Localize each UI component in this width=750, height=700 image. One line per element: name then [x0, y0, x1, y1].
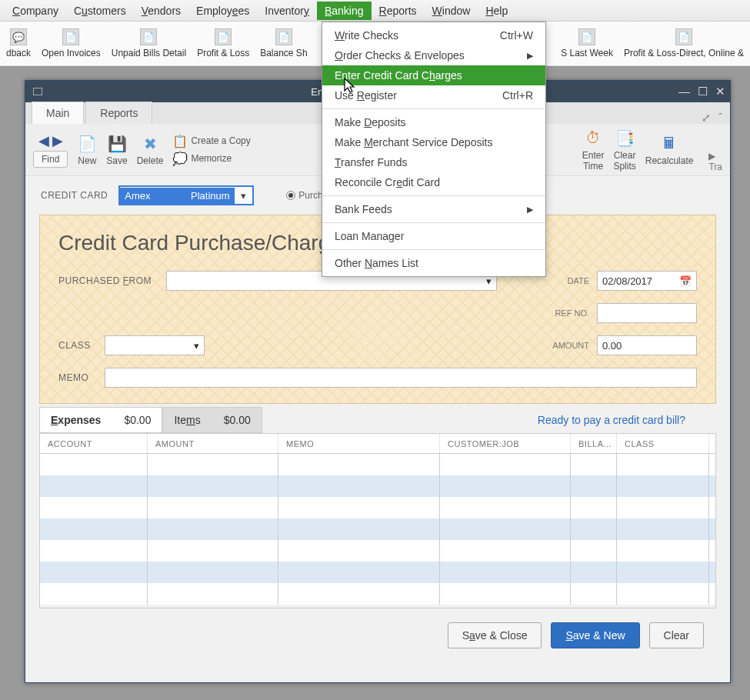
menu-transfer-funds[interactable]: Transfer Funds [322, 152, 545, 172]
class-select[interactable]: ▾ [105, 335, 205, 355]
memorize-button[interactable]: 💭Memorize [172, 152, 250, 166]
iconbar-open-invoices[interactable]: 📄Open Invoices [42, 28, 101, 58]
menu-order-checks[interactable]: Order Checks & Envelopes▶ [322, 45, 545, 65]
iconbar-unpaid-bills[interactable]: 📄Unpaid Bills Detail [112, 28, 186, 58]
col-memo[interactable]: MEMO [278, 434, 440, 453]
new-button[interactable]: 📄New [77, 134, 97, 166]
copy-icon: 📋 [172, 134, 188, 148]
table-row[interactable] [40, 540, 715, 562]
calc-icon: 🖩 [659, 134, 679, 154]
purchase-radio[interactable]: Purch [286, 190, 322, 201]
tab-main[interactable]: Main [32, 102, 84, 124]
menu-enter-cc-charges[interactable]: Enter Credit Card Charges [322, 65, 545, 85]
collapse-icon[interactable]: ˆ [718, 112, 722, 124]
clear-splits-icon: 📑 [615, 128, 635, 148]
purchased-from-label: PURCHASED FROM [58, 275, 166, 286]
separator [322, 108, 545, 109]
col-amount[interactable]: AMOUNT [148, 434, 278, 453]
footer: Save & Close Save & New Clear [25, 608, 730, 662]
iconbar-balance-sheet[interactable]: 📄Balance Sh [260, 28, 307, 58]
find-button[interactable]: Find [33, 151, 68, 168]
memo-input[interactable] [105, 368, 697, 388]
expand-icon[interactable]: ⤢ [702, 112, 711, 124]
date-label: DATE [546, 276, 589, 285]
iconbar-last-week[interactable]: 📄S Last Week [561, 28, 613, 58]
table-row[interactable] [40, 518, 715, 540]
menu-banking[interactable]: Banking [317, 2, 372, 20]
expenses-tabs: Expenses$0.00 Items$0.00 Ready to pay a … [25, 404, 730, 433]
minimize-icon[interactable]: — [678, 85, 690, 98]
table-row[interactable] [40, 583, 715, 605]
credit-card-select[interactable]: AmexPlatinum ▾ [118, 185, 254, 205]
menu-loan-manager[interactable]: Loan Manager [322, 226, 545, 246]
table-row[interactable] [40, 562, 715, 583]
menu-inventory[interactable]: Inventory [257, 2, 317, 20]
banking-menu-dropdown: Write ChecksCtrl+W Order Checks & Envelo… [322, 22, 546, 277]
memo-label: MEMO [58, 372, 105, 383]
ref-no-label: REF NO. [546, 308, 589, 318]
iconbar-dback[interactable]: 💬dback [6, 28, 31, 58]
col-customer[interactable]: CUSTOMER:JOB [440, 434, 571, 453]
menubar: Company Customers Vendors Employees Inve… [0, 0, 750, 22]
menu-help[interactable]: Help [478, 2, 515, 20]
table-row[interactable] [40, 497, 715, 518]
find-group: ◀▶ Find [33, 132, 68, 168]
close-icon[interactable]: ✕ [715, 85, 725, 98]
table-row[interactable] [40, 475, 715, 497]
menu-vendors[interactable]: Vendors [134, 2, 188, 20]
recalculate-button[interactable]: 🖩Recalculate [645, 134, 694, 166]
menu-make-deposits[interactable]: Make Deposits [322, 112, 545, 132]
prev-icon[interactable]: ◀ [38, 132, 49, 149]
menu-employees[interactable]: Employees [188, 2, 257, 20]
menu-window[interactable]: Window [425, 2, 478, 20]
calendar-icon: 📅 [679, 275, 692, 287]
clock-icon: ⏱ [583, 128, 603, 148]
system-menu-icon[interactable] [33, 88, 42, 95]
col-class[interactable]: CLASS [617, 434, 709, 453]
amount-input[interactable] [597, 335, 697, 355]
menu-reports[interactable]: Reports [372, 2, 425, 20]
save-icon: 💾 [107, 134, 127, 154]
save-button[interactable]: 💾Save [106, 134, 127, 166]
menu-customers[interactable]: Customers [66, 2, 134, 20]
menu-use-register[interactable]: Use RegisterCtrl+R [322, 85, 545, 105]
ref-no-input[interactable] [597, 303, 697, 323]
doc-icon: 📄 [140, 28, 157, 45]
doc-icon: 📄 [578, 28, 595, 45]
save-close-button[interactable]: Save & Close [448, 622, 542, 648]
next-icon[interactable]: ▶ [52, 132, 63, 149]
save-new-button[interactable]: Save & New [551, 622, 639, 648]
doc-icon: 📄 [275, 28, 292, 45]
maximize-icon[interactable]: ☐ [698, 85, 708, 98]
class-label: CLASS [58, 340, 105, 351]
menu-write-checks[interactable]: Write ChecksCtrl+W [322, 25, 545, 45]
tab-expenses[interactable]: Expenses$0.00 [39, 407, 162, 433]
create-copy-button[interactable]: 📋Create a Copy [172, 134, 250, 148]
col-account[interactable]: ACCOUNT [40, 434, 148, 453]
date-input[interactable]: 02/08/2017📅 [597, 271, 697, 291]
col-billable[interactable]: BILLA... [571, 434, 617, 453]
delete-icon: ✖ [140, 134, 160, 154]
iconbar-profit-loss[interactable]: 📄Profit & Loss [197, 28, 249, 58]
enter-time-button[interactable]: ⏱Enter Time [582, 128, 605, 172]
doc-icon: 📄 [675, 28, 692, 45]
radio-dot-icon [286, 191, 295, 200]
menu-merchant-deposits[interactable]: Make Merchant Service Deposits [322, 132, 545, 152]
iconbar-pl-direct[interactable]: 📄Profit & Loss-Direct, Online & [624, 28, 744, 58]
menu-company[interactable]: Company [5, 2, 66, 20]
ready-to-pay-link[interactable]: Ready to pay a credit card bill? [538, 414, 685, 426]
delete-button[interactable]: ✖Delete [137, 134, 164, 166]
tab-items[interactable]: Items$0.00 [162, 407, 262, 433]
doc-icon: 📄 [62, 28, 79, 45]
credit-card-label: CREDIT CARD [41, 190, 108, 201]
next-toolbar-arrow[interactable]: ▶Tra [708, 151, 722, 175]
tab-reports[interactable]: Reports [85, 102, 152, 124]
grid-header: ACCOUNT AMOUNT MEMO CUSTOMER:JOB BILLA..… [40, 434, 715, 454]
clear-splits-button[interactable]: 📑Clear Splits [613, 128, 635, 172]
grid-body[interactable] [40, 454, 715, 608]
menu-other-names[interactable]: Other Names List [322, 253, 545, 273]
menu-bank-feeds[interactable]: Bank Feeds▶ [322, 199, 545, 219]
clear-button[interactable]: Clear [649, 622, 704, 648]
menu-reconcile-cc[interactable]: Reconcile Credit Card [322, 172, 545, 192]
table-row[interactable] [40, 454, 715, 475]
